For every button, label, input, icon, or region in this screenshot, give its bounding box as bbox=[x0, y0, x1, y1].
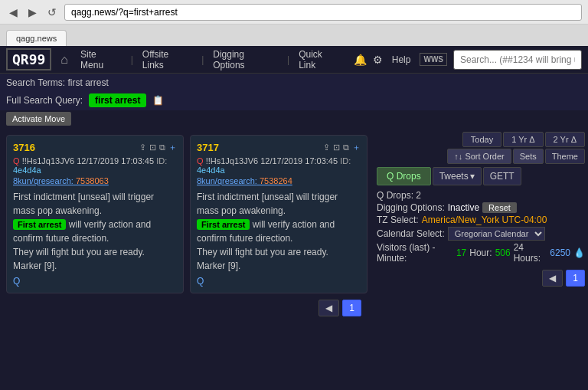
visitors-day-label: 24 Hours: bbox=[514, 242, 547, 264]
1yr-button[interactable]: 1 Yr Δ bbox=[503, 132, 543, 147]
top-prev-button[interactable]: ◀ bbox=[542, 270, 563, 287]
2yr-button[interactable]: 2 Yr Δ bbox=[545, 132, 585, 147]
bell-icon[interactable]: 🔔 bbox=[354, 54, 367, 66]
highlight-tag-1: First arrest bbox=[13, 219, 66, 230]
right-panel: Today 1 Yr Δ 2 Yr Δ ↑↓ Sort Order Sets T… bbox=[374, 132, 588, 316]
calendar-select[interactable]: Gregorian Calendar bbox=[448, 227, 545, 241]
visitors-hour: 506 bbox=[495, 247, 511, 258]
offsite-links[interactable]: Offsite Links bbox=[139, 49, 195, 70]
card-text-line3-2: They will fight but you are ready. bbox=[197, 245, 361, 259]
link-icon-2[interactable]: ⧉ bbox=[343, 143, 349, 152]
full-query-label: Full Search Query: bbox=[6, 95, 83, 106]
digging-row: Digging Options: Inactive Reset bbox=[377, 202, 585, 213]
cards-panel: 3716 ⇪ ⊡ ⧉ ＋ Q !!Hs1Jq13JV6 12/17/2019 1… bbox=[0, 132, 374, 316]
tab-tweets[interactable]: Tweets ▾ bbox=[433, 167, 482, 185]
sort-order-button[interactable]: ↑↓ Sort Order bbox=[447, 149, 511, 164]
bottom-pagination: ◀ 1 bbox=[6, 300, 368, 316]
time-buttons-row: Today 1 Yr Δ 2 Yr Δ bbox=[377, 132, 585, 147]
back-button[interactable]: ◀ bbox=[6, 5, 21, 20]
card-header-1: 3716 ⇪ ⊡ ⧉ ＋ bbox=[13, 142, 177, 153]
q-letter-1: Q bbox=[13, 156, 20, 166]
browser-chrome: ◀ ▶ ↺ qagg.news bbox=[0, 0, 588, 46]
q-card-2: 3717 ⇪ ⊡ ⧉ ＋ Q !!Hs1Jq13JV6 12/17/2019 1… bbox=[190, 135, 368, 293]
card-highlight-row-1: First arrest will verify action and conf… bbox=[13, 218, 177, 245]
card-signature-2: Q bbox=[197, 276, 361, 287]
card-icons-2: ⇪ ⊡ ⧉ ＋ bbox=[323, 142, 361, 153]
visitors-label: Visitors (last) - Minute: bbox=[377, 242, 453, 264]
card-id-label-2: ID: bbox=[340, 156, 351, 166]
reset-button[interactable]: Reset bbox=[482, 202, 517, 213]
home-icon[interactable]: ⌂ bbox=[57, 53, 71, 67]
card-number-1: 3716 bbox=[13, 142, 35, 153]
highlight-tag-2: First arrest bbox=[197, 219, 250, 230]
image-icon-1[interactable]: ⊡ bbox=[149, 143, 156, 152]
tab-qdrops[interactable]: Q Drops bbox=[377, 167, 431, 185]
board-link-1[interactable]: 7538063 bbox=[76, 176, 109, 185]
card-signature-1: Q bbox=[13, 276, 177, 287]
visitors-row: Visitors (last) - Minute: 17 Hour: 506 2… bbox=[377, 242, 585, 264]
browser-tab[interactable]: qagg.news bbox=[6, 30, 67, 46]
separator: | bbox=[131, 54, 133, 65]
navbar: QR99 ⌂ Site Menu | Offsite Links | Diggi… bbox=[0, 46, 588, 74]
tab-tweets-label: Tweets bbox=[439, 171, 469, 182]
today-button[interactable]: Today bbox=[462, 132, 501, 147]
site-menu[interactable]: Site Menu bbox=[77, 49, 125, 70]
tab-gett[interactable]: GETT bbox=[483, 167, 521, 185]
bottom-page-1-button[interactable]: 1 bbox=[342, 300, 361, 316]
card-id-label-1: ID: bbox=[156, 156, 167, 166]
add-icon-1[interactable]: ＋ bbox=[168, 142, 177, 153]
address-bar[interactable] bbox=[64, 4, 582, 21]
help-link[interactable]: Help bbox=[389, 54, 414, 65]
copy-icon[interactable]: 📋 bbox=[152, 95, 164, 106]
card-text-1: First indictment [unseal] will trigger m… bbox=[13, 190, 177, 273]
theme-button[interactable]: Theme bbox=[545, 149, 585, 164]
visitors-hour-label: Hour: bbox=[469, 247, 492, 258]
gear-icon[interactable]: ⚙ bbox=[373, 54, 383, 66]
digging-value: Inactive bbox=[448, 202, 479, 213]
tweets-chevron: ▾ bbox=[470, 171, 475, 182]
forward-button[interactable]: ▶ bbox=[25, 5, 40, 20]
top-pagination: ◀ 1 bbox=[377, 270, 585, 287]
digging-options[interactable]: Digging Options bbox=[210, 49, 281, 70]
image-icon-2[interactable]: ⊡ bbox=[333, 143, 340, 152]
tab-row: Q Drops Tweets ▾ GETT bbox=[377, 167, 585, 185]
share-icon-2[interactable]: ⇪ bbox=[323, 143, 330, 152]
qdrops-count-row: Q Drops: 2 bbox=[377, 190, 585, 201]
card-header-2: 3717 ⇪ ⊡ ⧉ ＋ bbox=[197, 142, 361, 153]
cal-label: Calendar Select: bbox=[377, 228, 445, 239]
card-icons-1: ⇪ ⊡ ⧉ ＋ bbox=[139, 142, 177, 153]
sets-button[interactable]: Sets bbox=[513, 149, 544, 164]
add-icon-2[interactable]: ＋ bbox=[352, 142, 361, 153]
card-text-2: First indictment [unseal] will trigger m… bbox=[197, 190, 361, 273]
board-link-2[interactable]: 7538264 bbox=[260, 176, 292, 185]
share-icon-1[interactable]: ⇪ bbox=[139, 143, 146, 152]
sort-row: ↑↓ Sort Order Sets Theme bbox=[377, 149, 585, 164]
refresh-button[interactable]: ↺ bbox=[44, 5, 60, 20]
tz-value: America/New_York UTC-04:00 bbox=[422, 215, 547, 225]
browser-tabs: qagg.news bbox=[0, 25, 588, 46]
board-label-2: 8kun/qresearch: bbox=[197, 176, 257, 185]
card-text-line1-2: First indictment [unseal] will trigger m… bbox=[197, 190, 361, 218]
digging-label: Digging Options: bbox=[377, 202, 445, 213]
search-input[interactable] bbox=[453, 50, 582, 70]
water-icon: 💧 bbox=[573, 247, 585, 258]
q-letter-2: Q bbox=[197, 156, 204, 166]
top-page-1-button[interactable]: 1 bbox=[566, 270, 585, 287]
quick-link[interactable]: Quick Link bbox=[296, 49, 345, 70]
tz-row: TZ Select: America/New_York UTC-04:00 bbox=[377, 215, 585, 225]
card-board-1[interactable]: 8kun/qresearch: 7538063 bbox=[13, 176, 177, 185]
card-version-1: !!Hs1Jq13JV6 bbox=[22, 156, 74, 166]
link-icon-1[interactable]: ⧉ bbox=[159, 143, 165, 152]
visitors-day: 6250 bbox=[550, 247, 570, 258]
card-number-2: 3717 bbox=[197, 142, 219, 153]
site-logo[interactable]: QR99 bbox=[6, 48, 51, 70]
wws-box: WWS bbox=[420, 53, 447, 66]
card-board-2[interactable]: 8kun/qresearch: 7538264 bbox=[197, 176, 361, 185]
bottom-prev-button[interactable]: ◀ bbox=[318, 300, 339, 316]
separator3: | bbox=[287, 54, 289, 65]
card-id-val-2: 4e4d4a bbox=[197, 166, 225, 175]
card-date-1: 12/17/2019 17:03:45 bbox=[77, 156, 154, 166]
activate-move-button[interactable]: Activate Move bbox=[6, 112, 71, 126]
separator2: | bbox=[201, 54, 204, 65]
query-tag: first arrest bbox=[89, 93, 146, 107]
